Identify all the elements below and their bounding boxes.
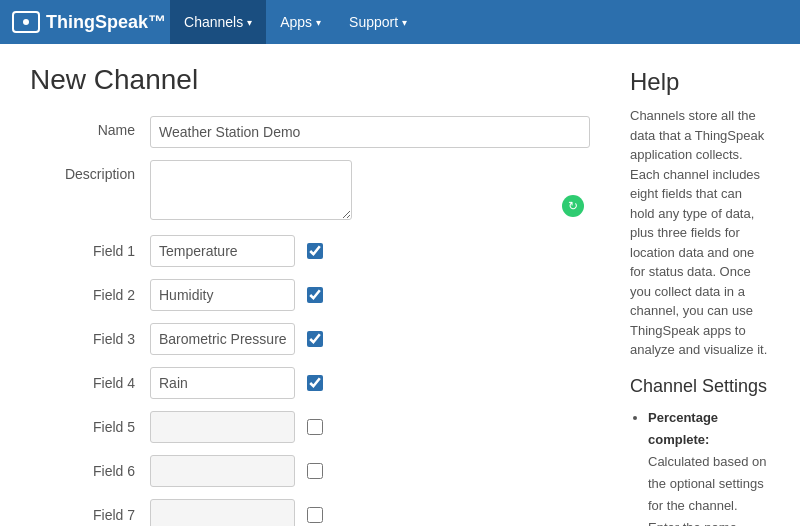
brand-icon: [12, 11, 40, 33]
brand-logo[interactable]: ThingSpeak™: [12, 11, 166, 33]
channel-settings-list: Percentage complete: Calculated based on…: [630, 407, 770, 527]
description-label: Description: [30, 160, 150, 182]
field-input-3[interactable]: [150, 323, 295, 355]
help-title: Help: [630, 68, 770, 96]
page-title: New Channel: [30, 64, 590, 96]
apps-caret-icon: ▾: [316, 17, 321, 28]
description-group: Description ↻: [30, 160, 590, 223]
description-wrapper: ↻: [150, 160, 590, 223]
description-input[interactable]: [150, 160, 352, 220]
help-intro: Channels store all the data that a Thing…: [630, 106, 770, 360]
field-label-7: Field 7: [30, 507, 150, 523]
support-caret-icon: ▾: [402, 17, 407, 28]
field-row: Field 4: [30, 367, 590, 399]
field-label-2: Field 2: [30, 287, 150, 303]
field-row: Field 1: [30, 235, 590, 267]
help-section: Help Channels store all the data that a …: [630, 64, 770, 526]
field-input-4[interactable]: [150, 367, 295, 399]
channels-caret-icon: ▾: [247, 17, 252, 28]
name-label: Name: [30, 116, 150, 138]
field-checkbox-6[interactable]: [307, 463, 323, 479]
field-input-7[interactable]: [150, 499, 295, 526]
field-row: Field 6: [30, 455, 590, 487]
form-section: New Channel Name Description ↻ Field 1Fi…: [30, 64, 590, 526]
fields-container: Field 1Field 2Field 3Field 4Field 5Field…: [30, 235, 590, 526]
name-group: Name: [30, 116, 590, 148]
field-label-4: Field 4: [30, 375, 150, 391]
field-label-5: Field 5: [30, 419, 150, 435]
help-list-item: Percentage complete: Calculated based on…: [648, 407, 770, 527]
field-label-1: Field 1: [30, 243, 150, 259]
name-input[interactable]: [150, 116, 590, 148]
field-checkbox-7[interactable]: [307, 507, 323, 523]
field-checkbox-2[interactable]: [307, 287, 323, 303]
main-content: New Channel Name Description ↻ Field 1Fi…: [0, 44, 800, 526]
channel-settings-title: Channel Settings: [630, 376, 770, 397]
field-checkbox-4[interactable]: [307, 375, 323, 391]
field-row: Field 2: [30, 279, 590, 311]
field-checkbox-5[interactable]: [307, 419, 323, 435]
field-row: Field 7: [30, 499, 590, 526]
field-checkbox-1[interactable]: [307, 243, 323, 259]
field-input-2[interactable]: [150, 279, 295, 311]
field-checkbox-3[interactable]: [307, 331, 323, 347]
description-icon[interactable]: ↻: [562, 195, 584, 217]
brand-name: ThingSpeak™: [46, 12, 166, 33]
field-row: Field 3: [30, 323, 590, 355]
field-label-3: Field 3: [30, 331, 150, 347]
field-input-1[interactable]: [150, 235, 295, 267]
nav-apps[interactable]: Apps ▾: [266, 0, 335, 44]
field-input-5[interactable]: [150, 411, 295, 443]
nav-support[interactable]: Support ▾: [335, 0, 421, 44]
nav-channels[interactable]: Channels ▾: [170, 0, 266, 44]
navbar: ThingSpeak™ Channels ▾ Apps ▾ Support ▾: [0, 0, 800, 44]
field-label-6: Field 6: [30, 463, 150, 479]
field-input-6[interactable]: [150, 455, 295, 487]
field-row: Field 5: [30, 411, 590, 443]
